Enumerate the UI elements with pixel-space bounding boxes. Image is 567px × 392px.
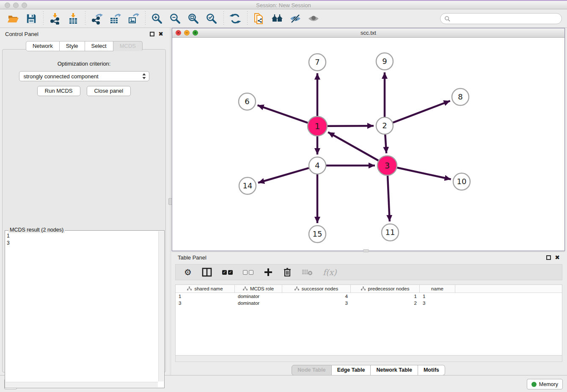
gear-icon[interactable]: ⚙ [184, 268, 192, 276]
tab-network[interactable]: Network [26, 41, 60, 51]
tab-network-table[interactable]: Network Table [371, 365, 418, 375]
tab-motifs[interactable]: Motifs [418, 365, 445, 375]
add-column-icon[interactable] [264, 268, 273, 277]
window-titlebar: Session: New Session [0, 0, 567, 9]
column-header-predecessor-nodes[interactable]: predecessor nodes [351, 285, 420, 293]
graph-edge-2-3[interactable] [385, 135, 386, 153]
table-panel: Table Panel ✖ ⚙ ✓✓ [172, 252, 565, 375]
table-cell: dominator [235, 301, 282, 306]
tab-edge-table[interactable]: Edge Table [332, 365, 371, 375]
table-horizontal-scrollbar[interactable] [175, 356, 562, 362]
zoom-out-icon[interactable] [168, 11, 182, 26]
select-all-checkboxes-icon[interactable]: ✓✓ [222, 270, 233, 275]
graph-edge-1-6[interactable] [258, 105, 308, 123]
float-panel-icon[interactable] [150, 32, 154, 36]
function-builder-icon[interactable]: f(x) [323, 268, 337, 277]
horizontal-splitter-handle[interactable] [363, 249, 369, 252]
refresh-icon[interactable] [228, 11, 242, 26]
graph-node-2[interactable]: 2 [376, 117, 393, 134]
export-image-icon[interactable] [126, 11, 140, 26]
delete-table-icon[interactable] [302, 268, 313, 276]
column-header-MCDS-role[interactable]: MCDS role [235, 285, 282, 293]
mcds-result-item: 3 [7, 240, 158, 247]
memory-button[interactable]: Memory [527, 379, 563, 389]
deselect-all-checkboxes-icon[interactable] [243, 270, 253, 275]
open-folder-icon[interactable] [6, 11, 20, 26]
node-label: 10 [457, 177, 467, 186]
graph-edge-3-10[interactable] [397, 168, 451, 179]
table-row[interactable]: 3dominator323 [176, 300, 562, 306]
zoom-fit-icon[interactable] [186, 11, 201, 26]
table-cell: dominator [235, 294, 282, 299]
import-table-icon[interactable] [66, 11, 80, 26]
node-table[interactable]: shared nameMCDS rolesuccessor nodesprede… [175, 284, 562, 356]
toolbar-separator [145, 11, 146, 26]
delete-column-icon[interactable] [283, 268, 292, 277]
network-file-icon[interactable] [252, 11, 266, 26]
result-horizontal-scrollbar[interactable] [6, 382, 158, 387]
network-canvas[interactable]: 7968124314101511 [172, 38, 564, 251]
home-icon[interactable] [270, 11, 284, 26]
optimization-criterion-dropdown[interactable]: strongly connected component [19, 71, 149, 81]
close-panel-icon[interactable]: ✖ [158, 32, 163, 36]
table-cell: 3 [176, 301, 235, 306]
graph-edge-4-14[interactable] [258, 168, 309, 183]
graph-edge-3-1[interactable] [328, 132, 378, 160]
column-header-name[interactable]: name [420, 285, 455, 293]
graph-node-8[interactable]: 8 [452, 88, 469, 105]
tab-node-table[interactable]: Node Table [292, 365, 331, 375]
graph-edge-3-11[interactable] [388, 176, 390, 221]
export-network-icon[interactable] [90, 11, 104, 26]
tab-mcds[interactable]: MCDS [113, 41, 143, 51]
graph-node-11[interactable]: 11 [382, 224, 399, 241]
dropdown-selected-value: strongly connected component [24, 73, 142, 80]
node-label: 15 [313, 229, 322, 238]
table-cell: 3 [420, 301, 455, 306]
graph-edge-2-8[interactable] [393, 101, 450, 122]
column-header-shared-name[interactable]: shared name [176, 285, 235, 293]
mcds-result-item: 1 [7, 232, 158, 240]
search-field[interactable] [440, 13, 562, 24]
zoom-in-icon[interactable] [150, 11, 164, 26]
export-table-icon[interactable] [108, 11, 122, 26]
zoom-selected-icon[interactable] [204, 11, 219, 26]
graph-node-3[interactable]: 3 [377, 156, 397, 175]
network-view-window: ✕ − + scc.txt 7968124314101511 [172, 28, 565, 251]
graph-node-10[interactable]: 10 [453, 173, 470, 190]
node-label: 11 [385, 228, 395, 237]
table-row[interactable]: 1dominator411 [176, 293, 562, 300]
graph-node-7[interactable]: 7 [309, 54, 326, 71]
toolbar-separator [85, 11, 85, 26]
close-table-panel-icon[interactable]: ✖ [555, 255, 560, 260]
close-panel-button[interactable]: Close panel [87, 86, 131, 96]
application-window: Session: New Session [0, 0, 567, 392]
hide-details-icon[interactable] [288, 11, 303, 26]
result-vertical-scrollbar[interactable] [158, 231, 164, 381]
mcds-result-list: 13 [7, 232, 158, 381]
show-details-icon[interactable] [306, 11, 321, 26]
graph-edge-1-2[interactable] [328, 126, 374, 126]
network-window-titlebar[interactable]: ✕ − + scc.txt [172, 28, 564, 38]
optimization-criterion-label: Optimization criterion: [3, 61, 165, 67]
column-header-successor-nodes[interactable]: successor nodes [282, 285, 351, 293]
graph-node-6[interactable]: 6 [239, 93, 256, 110]
run-mcds-button[interactable]: Run MCDS [37, 86, 80, 96]
main-toolbar [0, 10, 567, 28]
split-columns-icon[interactable] [202, 268, 212, 277]
graph-node-14[interactable]: 14 [239, 177, 256, 194]
graph-node-4[interactable]: 4 [309, 157, 326, 174]
import-network-icon[interactable] [48, 11, 62, 26]
memory-status-icon [531, 382, 537, 387]
window-title: Session: New Session [0, 2, 567, 8]
graph-node-9[interactable]: 9 [376, 53, 393, 70]
float-table-panel-icon[interactable] [546, 255, 551, 260]
node-label: 3 [385, 160, 390, 171]
toolbar-separator [247, 11, 248, 26]
search-input[interactable] [451, 14, 561, 23]
node-label: 2 [382, 121, 387, 130]
tab-style[interactable]: Style [60, 41, 85, 51]
tab-select[interactable]: Select [85, 41, 113, 51]
graph-node-1[interactable]: 1 [308, 116, 327, 136]
graph-node-15[interactable]: 15 [309, 226, 326, 243]
save-icon[interactable] [24, 11, 39, 26]
